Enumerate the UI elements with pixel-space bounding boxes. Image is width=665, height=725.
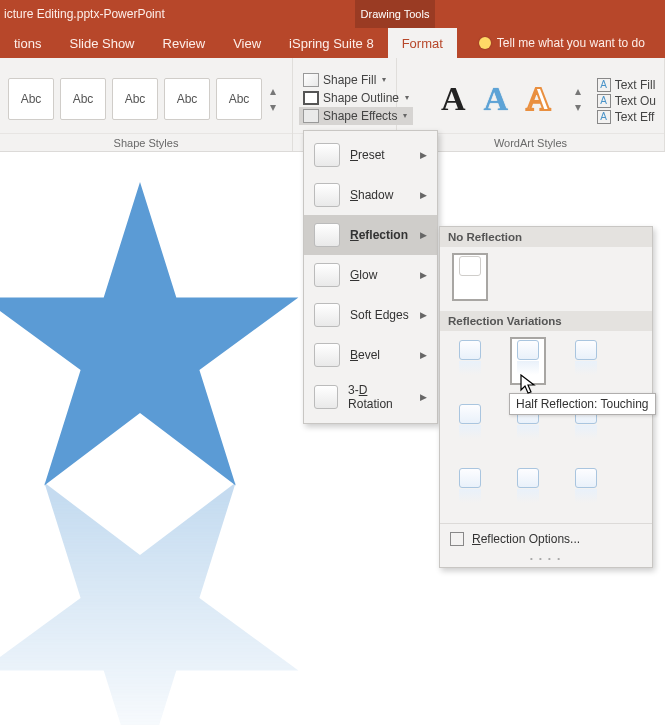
shape-style-gallery[interactable]: Abc Abc Abc Abc Abc [8, 78, 262, 120]
filename: icture Editing.pptx [4, 7, 99, 21]
tab-format[interactable]: Format [388, 28, 457, 58]
reflection-variation[interactable] [452, 337, 488, 385]
chevron-right-icon: ▶ [420, 310, 427, 320]
tell-me-search[interactable]: Tell me what you want to do [457, 36, 645, 50]
text-effects-label: Text Eff [615, 110, 655, 124]
preset-icon [314, 143, 340, 167]
reflection-icon [314, 223, 340, 247]
shape-effects-label: Shape Effects [323, 109, 398, 123]
chevron-right-icon: ▶ [420, 350, 427, 360]
menu-item-bevel[interactable]: Bevel ▶ [304, 335, 437, 375]
chevron-right-icon: ▶ [420, 150, 427, 160]
chevron-right-icon: ▶ [420, 270, 427, 280]
star-reflection [0, 466, 310, 725]
reflection-options-icon [450, 532, 464, 546]
paint-bucket-icon [303, 73, 319, 87]
chevron-right-icon: ▶ [420, 230, 427, 240]
menu-item-3d-rotation[interactable]: 3-D Rotation ▶ [304, 375, 437, 419]
tab-ispring[interactable]: iSpring Suite 8 [275, 28, 388, 58]
reflection-variation[interactable] [568, 465, 604, 513]
text-outline-icon: A [597, 94, 611, 108]
shape-style-preset[interactable]: Abc [216, 78, 262, 120]
rotation-3d-icon [314, 385, 338, 409]
shape-style-preset[interactable]: Abc [60, 78, 106, 120]
gallery-more-button[interactable]: ▴ ▾ [571, 84, 585, 114]
shape-style-preset[interactable]: Abc [112, 78, 158, 120]
reflection-options-button[interactable]: Reflection Options... [440, 523, 652, 554]
glow-icon [314, 263, 340, 287]
chevron-right-icon: ▶ [420, 190, 427, 200]
tooltip: Half Reflection: Touching [509, 393, 656, 415]
reflection-variation[interactable] [568, 337, 604, 385]
tab-slide-show[interactable]: Slide Show [55, 28, 148, 58]
star-shape[interactable] [0, 172, 310, 725]
group-shape-styles: Abc Abc Abc Abc Abc ▴ ▾ Shape Styles [0, 58, 293, 151]
tab-review[interactable]: Review [149, 28, 220, 58]
reflection-variation[interactable] [452, 401, 488, 449]
contextual-tab-drawing-tools: Drawing Tools [355, 0, 435, 28]
tell-me-label: Tell me what you want to do [497, 36, 645, 50]
menu-item-reflection[interactable]: Reflection ▶ [304, 215, 437, 255]
resize-grip-icon[interactable]: • • • • [440, 554, 652, 565]
bevel-icon [314, 343, 340, 367]
text-outline-dropdown[interactable]: A Text Ou [597, 93, 656, 109]
text-fill-label: Text Fill [615, 78, 656, 92]
ribbon-tabstrip: tions Slide Show Review View iSpring Sui… [0, 28, 665, 58]
reflection-variation[interactable] [510, 465, 546, 513]
text-fill-icon: A [597, 78, 611, 92]
group-label: Shape Styles [0, 133, 292, 151]
menu-item-glow[interactable]: Glow ▶ [304, 255, 437, 295]
star-icon [0, 172, 310, 502]
shadow-icon [314, 183, 340, 207]
shape-fill-label: Shape Fill [323, 73, 376, 87]
text-effects-dropdown[interactable]: A Text Eff [597, 109, 656, 125]
shape-outline-dropdown[interactable]: Shape Outline ▾ [299, 89, 413, 107]
wordart-preset[interactable]: A [439, 82, 468, 116]
wordart-gallery[interactable]: A A A ▴ ▾ [405, 82, 585, 116]
text-fill-dropdown[interactable]: A Text Fill [597, 77, 656, 93]
section-header-no-reflection: No Reflection [440, 227, 652, 247]
tab-transitions[interactable]: tions [0, 28, 55, 58]
wordart-preset[interactable]: A [524, 82, 553, 116]
svg-marker-1 [0, 483, 298, 726]
shape-style-preset[interactable]: Abc [164, 78, 210, 120]
reflection-none[interactable] [452, 253, 488, 301]
chevron-up-icon: ▴ [575, 84, 581, 98]
text-effects-icon: A [597, 110, 611, 124]
chevron-right-icon: ▶ [420, 392, 427, 402]
document-title: icture Editing.pptx - PowerPoint [0, 0, 355, 28]
chevron-up-icon: ▴ [270, 84, 276, 98]
text-outline-label: Text Ou [615, 94, 656, 108]
shape-effects-dropdown[interactable]: Shape Effects ▾ [299, 107, 413, 125]
chevron-down-icon: ▾ [270, 100, 276, 114]
soft-edges-icon [314, 303, 340, 327]
effects-icon [303, 109, 319, 123]
shape-style-preset[interactable]: Abc [8, 78, 54, 120]
outline-icon [303, 91, 319, 105]
shape-fill-dropdown[interactable]: Shape Fill ▾ [299, 71, 413, 89]
reflection-variation[interactable] [452, 465, 488, 513]
menu-item-shadow[interactable]: Shadow ▶ [304, 175, 437, 215]
shape-outline-label: Shape Outline [323, 91, 399, 105]
reflection-variation-half-touching[interactable] [510, 337, 546, 385]
chevron-down-icon: ▾ [382, 75, 386, 84]
tab-view[interactable]: View [219, 28, 275, 58]
shape-effects-menu: Preset ▶ Shadow ▶ Reflection ▶ Glow ▶ So… [303, 130, 438, 424]
menu-item-soft-edges[interactable]: Soft Edges ▶ [304, 295, 437, 335]
title-bar: icture Editing.pptx - PowerPoint Drawing… [0, 0, 665, 28]
lightbulb-icon [479, 37, 491, 49]
menu-item-preset[interactable]: Preset ▶ [304, 135, 437, 175]
svg-marker-0 [0, 182, 298, 486]
wordart-preset[interactable]: A [482, 82, 511, 116]
section-header-reflection-variations: Reflection Variations [440, 311, 652, 331]
app-name: PowerPoint [103, 7, 164, 21]
chevron-down-icon: ▾ [575, 100, 581, 114]
gallery-more-button[interactable]: ▴ ▾ [266, 84, 280, 114]
